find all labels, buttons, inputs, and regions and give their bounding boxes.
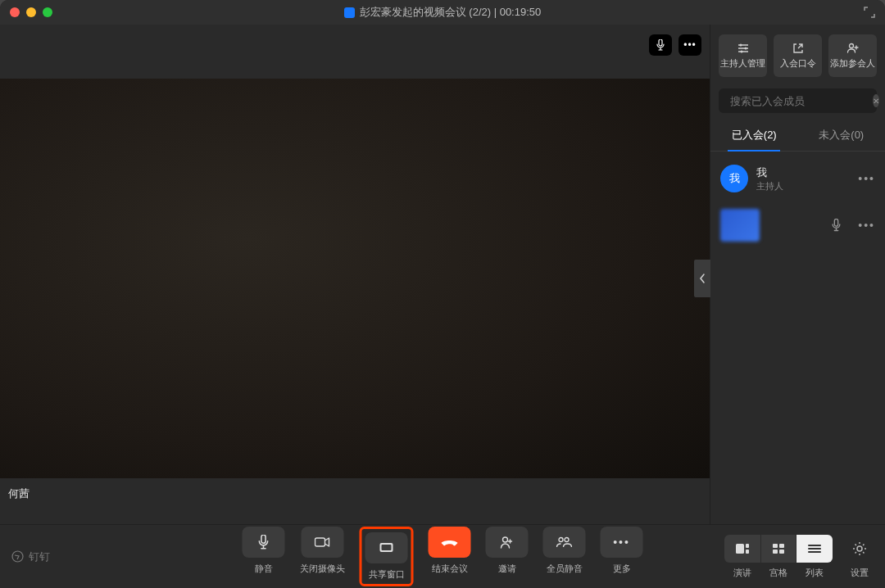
invite-button[interactable] <box>486 527 529 558</box>
add-participant-button[interactable]: 添加参会人 <box>828 34 877 77</box>
participant-more-button[interactable]: ••• <box>858 172 875 185</box>
share-button[interactable] <box>365 532 408 563</box>
svg-rect-19 <box>808 545 821 546</box>
collapse-sidebar-button[interactable] <box>694 260 710 297</box>
search-input[interactable] <box>730 95 868 107</box>
mute-all-button[interactable] <box>543 527 586 558</box>
microphone-icon <box>257 535 270 550</box>
sliders-icon <box>737 43 750 54</box>
svg-point-22 <box>857 546 862 551</box>
list-view-label: 列表 <box>806 567 824 579</box>
mute-all-icon <box>556 536 573 549</box>
camera-label: 关闭摄像头 <box>300 563 345 575</box>
participant-info: 我 主持人 <box>756 165 783 192</box>
maximize-window-button[interactable] <box>43 7 52 17</box>
search-row: ✕ <box>719 88 877 113</box>
view-controls: 演讲 宫格 列表 设置 <box>724 535 874 579</box>
video-footer: 何茜 <box>0 478 710 524</box>
end-label: 结束会议 <box>432 563 468 575</box>
self-more-button[interactable]: ••• <box>678 34 701 56</box>
video-top-strip: ••• <box>0 25 710 79</box>
participant-name: 我 <box>756 165 783 180</box>
mute-button[interactable] <box>243 527 285 558</box>
participant-row[interactable]: ••• <box>710 201 885 250</box>
avatar <box>720 209 760 242</box>
speaker-view-label: 演讲 <box>733 567 751 579</box>
microphone-icon[interactable] <box>831 219 842 232</box>
participant-row[interactable]: 我 我 主持人 ••• <box>710 156 885 201</box>
invite-label: 邀请 <box>498 563 516 575</box>
end-call-button[interactable] <box>429 527 471 558</box>
invite-control: 邀请 <box>486 527 529 575</box>
mute-label: 静音 <box>255 563 273 575</box>
gear-icon <box>852 541 867 556</box>
close-window-button[interactable] <box>10 7 20 17</box>
svg-rect-15 <box>773 544 778 548</box>
titlebar: 彭宏豪发起的视频会议 (2/2) | 00:19:50 <box>0 0 885 25</box>
grid-view-button[interactable] <box>760 535 796 563</box>
window-title: 彭宏豪发起的视频会议 (2/2) | 00:19:50 <box>0 5 885 20</box>
participant-tabs: 已入会(2) 未入会(0) <box>710 120 885 152</box>
microphone-icon <box>656 39 665 51</box>
svg-rect-18 <box>779 550 784 554</box>
svg-rect-8 <box>382 545 392 550</box>
host-manage-label: 主持人管理 <box>720 57 765 70</box>
mute-all-label: 全员静音 <box>547 563 583 575</box>
chevron-left-icon <box>698 273 706 284</box>
join-code-button[interactable]: 入会口令 <box>774 34 822 77</box>
self-mic-button[interactable] <box>649 34 672 56</box>
speaker-view-button[interactable] <box>724 535 760 563</box>
brand: 钉钉 <box>11 550 50 564</box>
avatar: 我 <box>720 165 748 192</box>
more-label: 更多 <box>613 563 631 575</box>
camera-button[interactable] <box>301 527 343 558</box>
bottom-bar: 钉钉 静音 关闭摄像头 共享窗口 <box>0 524 885 588</box>
host-manage-button[interactable]: 主持人管理 <box>719 34 767 77</box>
end-control: 结束会议 <box>429 527 471 575</box>
hangup-icon <box>440 537 460 547</box>
tab-not-joined[interactable]: 未入会(0) <box>798 120 886 151</box>
list-view-button[interactable] <box>796 535 833 563</box>
svg-point-9 <box>503 537 508 542</box>
participant-list: 我 我 主持人 ••• ••• <box>710 152 885 524</box>
mute-all-control: 全员静音 <box>543 527 586 575</box>
svg-rect-14 <box>746 550 749 554</box>
main-area: ••• 何茜 <box>0 25 710 524</box>
settings-label: 设置 <box>851 567 869 579</box>
app-window: 彭宏豪发起的视频会议 (2/2) | 00:19:50 ••• <box>0 0 885 588</box>
tab-joined[interactable]: 已入会(2) <box>710 120 798 151</box>
external-link-icon <box>792 43 804 54</box>
more-control: ••• 更多 <box>601 527 643 575</box>
participant-name-overlay: 何茜 <box>8 486 30 501</box>
add-participant-label: 添加参会人 <box>830 57 875 70</box>
brand-label: 钉钉 <box>29 550 50 564</box>
svg-point-10 <box>559 538 563 542</box>
svg-rect-13 <box>746 544 749 548</box>
svg-rect-21 <box>808 551 821 553</box>
svg-rect-16 <box>779 544 784 548</box>
svg-point-3 <box>849 43 853 47</box>
minimize-window-button[interactable] <box>26 7 36 17</box>
share-control: 共享窗口 <box>365 532 408 581</box>
clear-search-button[interactable]: ✕ <box>873 94 879 107</box>
body: ••• 何茜 主持人管理 入 <box>0 25 885 524</box>
speaker-view-icon <box>735 543 750 554</box>
list-view-icon <box>807 544 822 554</box>
sidebar: 主持人管理 入会口令 添加参会人 ✕ 已入会(2) 未入会(0) <box>710 25 885 524</box>
svg-point-1 <box>744 47 747 49</box>
traffic-lights <box>10 7 52 17</box>
svg-point-0 <box>739 43 742 46</box>
svg-rect-12 <box>736 544 744 554</box>
participant-more-button[interactable]: ••• <box>858 219 875 232</box>
svg-point-2 <box>740 50 742 52</box>
grid-view-icon <box>772 543 785 554</box>
more-icon: ••• <box>683 39 697 51</box>
settings-button[interactable] <box>846 535 874 563</box>
fullscreen-icon[interactable] <box>864 7 875 18</box>
svg-rect-20 <box>808 548 821 550</box>
more-button[interactable]: ••• <box>601 527 643 558</box>
mute-control: 静音 <box>243 527 285 575</box>
more-icon: ••• <box>613 536 630 549</box>
video-area <box>0 79 710 478</box>
share-screen-icon <box>379 541 395 554</box>
